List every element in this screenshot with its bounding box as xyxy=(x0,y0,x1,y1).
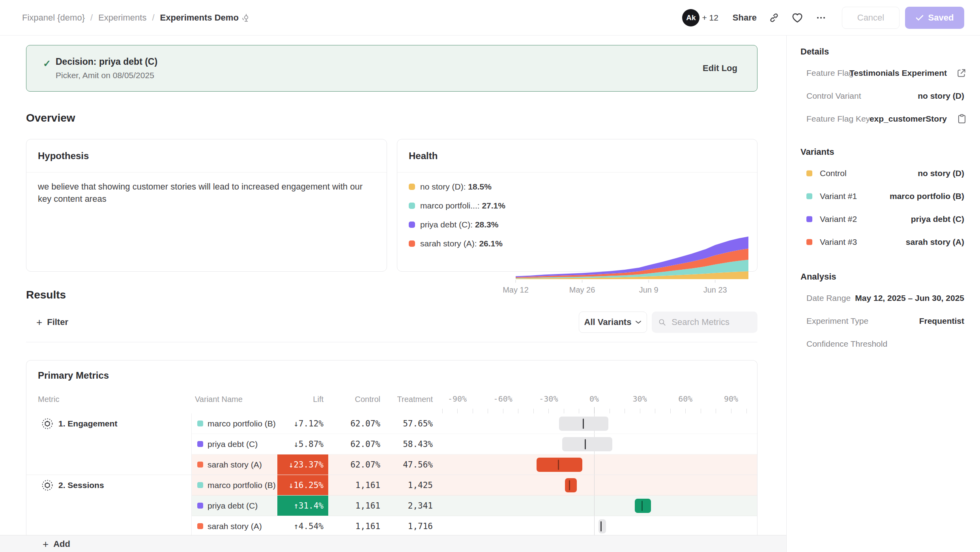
metric-group-rows: marco portfolio (B)↓16.25%1,1611,425priy… xyxy=(192,475,757,535)
axis-tick-mark xyxy=(594,407,595,413)
decision-title: Decision: priya debt (C) xyxy=(56,56,157,67)
zero-line xyxy=(594,516,595,535)
axis-tick-mark xyxy=(640,409,640,413)
edit-log-button[interactable]: Edit Log xyxy=(703,63,737,73)
avatar[interactable]: Ak xyxy=(682,9,699,26)
axis-tick-mark xyxy=(610,409,610,413)
health-legend-item: priya debt (C): 28.3% xyxy=(409,220,498,229)
metric-cell-inner[interactable]: 2. Sessions xyxy=(26,475,191,495)
variant-cell: marco portfolio (B) xyxy=(192,475,277,495)
table-row[interactable]: marco portfolio (B)↓16.25%1,1611,425 xyxy=(192,475,757,496)
variant-cell: sarah story (A) xyxy=(192,516,277,535)
collaborators-count[interactable]: + 12 xyxy=(702,13,718,23)
detail-value[interactable]: Testimonials Experiment xyxy=(849,68,947,78)
legend-label: priya debt (C): 28.3% xyxy=(420,220,498,229)
confidence-cell xyxy=(438,413,757,434)
zero-line xyxy=(594,496,595,516)
confidence-mean-line xyxy=(569,480,570,490)
variant-cell: priya debt (C) xyxy=(192,496,277,516)
hypothesis-title: Hypothesis xyxy=(38,150,89,161)
axis-tick-mark xyxy=(746,409,747,413)
legend-label: no story (D): 18.5% xyxy=(420,182,492,192)
metric-cell-inner[interactable]: 1. Engagement xyxy=(26,413,191,434)
details-section-title: Details xyxy=(800,46,980,58)
share-button[interactable]: Share xyxy=(733,13,757,23)
axis-tick-mark xyxy=(503,409,503,413)
axis-tick-mark xyxy=(655,409,655,413)
analysis-row: Experiment TypeFrequentist xyxy=(787,310,980,332)
search-icon xyxy=(658,317,666,327)
health-chart: May 12May 26Jun 9Jun 23 xyxy=(512,231,754,298)
external-link-icon[interactable] xyxy=(956,68,967,78)
control-cell: 1,161 xyxy=(328,475,385,495)
search-metrics-box xyxy=(652,312,757,333)
detail-label: Feature Flag Key xyxy=(806,114,870,124)
overview-heading: Overview xyxy=(26,112,75,124)
legend-value: 26.1% xyxy=(479,239,503,248)
axis-tick-mark xyxy=(625,409,625,413)
more-options-icon[interactable] xyxy=(815,12,827,23)
legend-swatch-icon xyxy=(409,240,415,247)
detail-row: Feature Flag Keyexp_customerStory xyxy=(787,107,980,130)
filter-button[interactable]: + Filter xyxy=(36,311,68,333)
saved-button[interactable]: Saved xyxy=(905,7,964,29)
metric-cell: 1. Engagement xyxy=(26,413,192,475)
microscope-icon xyxy=(242,13,251,23)
confidence-bar xyxy=(598,519,606,533)
decision-banner: ✓ Decision: priya debt (C) Picker, Amit … xyxy=(26,45,757,92)
copy-icon[interactable] xyxy=(957,114,967,124)
variant-swatch-icon xyxy=(197,462,203,468)
axis-label: -30% xyxy=(539,394,558,404)
variant-swatch-icon xyxy=(806,216,812,222)
axis-tick-mark xyxy=(579,409,579,413)
search-metrics-input[interactable] xyxy=(671,317,751,328)
table-row[interactable]: priya debt (C)↑31.4%1,1612,341 xyxy=(192,496,757,516)
detail-value[interactable]: exp_customerStory xyxy=(870,114,947,124)
confidence-cell xyxy=(438,496,757,516)
variants-filter-dropdown[interactable]: All Variants xyxy=(579,312,647,333)
axis-tick-mark xyxy=(731,409,731,413)
control-cell: 62.07% xyxy=(328,434,385,454)
breadcrumb-project[interactable]: Fixpanel {demo} xyxy=(22,13,85,23)
lift-cell: ↓16.25% xyxy=(277,475,328,495)
confidence-cell xyxy=(438,516,757,535)
copy-link-icon[interactable] xyxy=(769,12,780,23)
metric-target-icon xyxy=(41,418,53,430)
metric-group-rows: marco portfolio (B)↓7.12%62.07%57.65%pri… xyxy=(192,413,757,475)
chevron-down-icon xyxy=(635,320,641,324)
health-legend-item: sarah story (A): 26.1% xyxy=(409,239,503,248)
metric-group: 1. Engagementmarco portfolio (B)↓7.12%62… xyxy=(26,413,757,475)
variant-swatch-icon xyxy=(197,441,203,447)
legend-value: 28.3% xyxy=(475,220,499,229)
variant-swatch-icon xyxy=(806,171,812,176)
variants-rows: Controlno story (D)Variant #1marco portf… xyxy=(787,162,980,253)
zero-line xyxy=(594,475,595,495)
page-title: Experiments Demo xyxy=(160,13,239,23)
cancel-button[interactable]: Cancel xyxy=(842,7,900,29)
details-rows: Feature FlagTestimonials ExperimentContr… xyxy=(787,62,980,130)
treatment-cell: 2,341 xyxy=(385,496,438,516)
variant-name: marco portfolio (B) xyxy=(208,419,276,428)
top-bar: Fixpanel {demo} / Experiments / Experime… xyxy=(0,0,980,36)
breadcrumb-experiments[interactable]: Experiments xyxy=(98,13,146,23)
variant-label: Variant #1 xyxy=(820,192,857,201)
breadcrumb-current: Experiments Demo xyxy=(160,13,251,23)
health-body: no story (D): 18.5%marco portfoli...: 27… xyxy=(397,173,757,272)
decision-subtitle: Picker, Amit on 08/05/2025 xyxy=(56,71,157,80)
table-row[interactable]: sarah story (A)↓23.37%62.07%47.56% xyxy=(192,454,757,475)
legend-value: 18.5% xyxy=(468,182,492,191)
results-divider xyxy=(26,342,757,342)
hypothesis-body: we believe that showing customer stories… xyxy=(26,173,387,272)
table-row[interactable]: priya debt (C)↓5.87%62.07%58.43% xyxy=(192,434,757,454)
add-metric-button[interactable]: + Add xyxy=(43,539,70,549)
metric-group: 2. Sessionsmarco portfolio (B)↓16.25%1,1… xyxy=(26,475,757,535)
col-control: Control xyxy=(328,395,380,404)
hypothesis-text: we believe that showing customer stories… xyxy=(38,180,377,205)
treatment-cell: 47.56% xyxy=(385,454,438,475)
variant-swatch-icon xyxy=(197,482,203,488)
health-card-header: Health xyxy=(397,139,757,173)
favorite-icon[interactable] xyxy=(791,12,803,23)
table-row[interactable]: marco portfolio (B)↓7.12%62.07%57.65% xyxy=(192,413,757,434)
legend-label: marco portfoli...: 27.1% xyxy=(420,201,505,210)
table-row[interactable]: sarah story (A)↑4.54%1,1611,716 xyxy=(192,516,757,535)
